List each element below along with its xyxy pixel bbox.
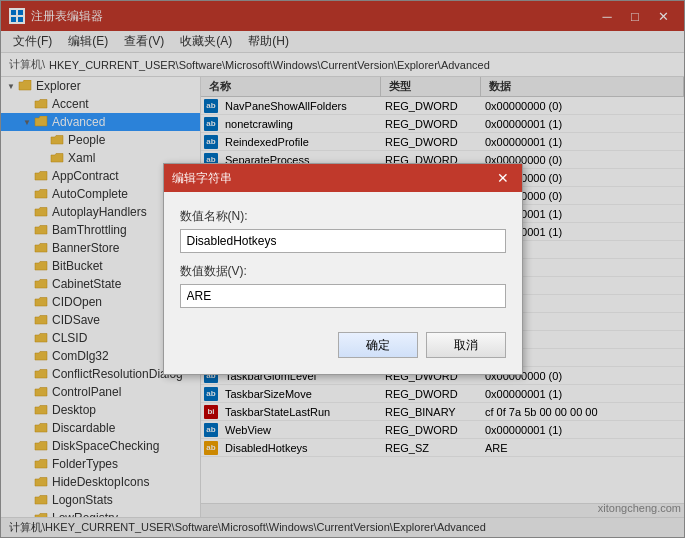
name-field-input[interactable] <box>180 229 506 253</box>
dialog-close-button[interactable]: ✕ <box>492 169 514 187</box>
data-field-label: 数值数据(V): <box>180 263 506 280</box>
dialog-title: 编辑字符串 <box>172 170 492 187</box>
cancel-button[interactable]: 取消 <box>426 332 506 358</box>
data-field-input[interactable] <box>180 284 506 308</box>
dialog-overlay: 编辑字符串 ✕ 数值名称(N): 数值数据(V): 确定 取消 <box>0 0 685 538</box>
ok-button[interactable]: 确定 <box>338 332 418 358</box>
dialog-buttons: 确定 取消 <box>164 324 522 374</box>
name-field-group: 数值名称(N): <box>180 208 506 253</box>
name-field-label: 数值名称(N): <box>180 208 506 225</box>
dialog-body: 数值名称(N): 数值数据(V): <box>164 192 522 324</box>
edit-string-dialog: 编辑字符串 ✕ 数值名称(N): 数值数据(V): 确定 取消 <box>163 163 523 375</box>
dialog-title-bar: 编辑字符串 ✕ <box>164 164 522 192</box>
data-field-group: 数值数据(V): <box>180 263 506 308</box>
